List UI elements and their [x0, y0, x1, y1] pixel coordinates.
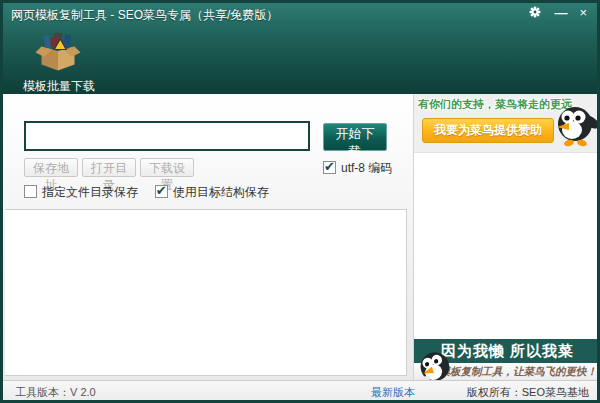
download-log-area[interactable]: [5, 209, 407, 376]
utf8-checkbox-label: utf-8 编码: [341, 161, 392, 175]
promo-block: 有你们的支持，菜鸟将走的更远 我要为菜鸟提供赞助: [414, 94, 600, 153]
batch-download-tool[interactable]: 模板批量下载: [23, 30, 93, 95]
open-directory-button[interactable]: 打开目录: [82, 158, 136, 177]
utf8-checkbox[interactable]: [323, 161, 336, 174]
target-structure-label: 使用目标结构保存: [173, 185, 269, 199]
tool-version-label: 工具版本：V 2.0: [15, 385, 96, 400]
latest-version-link[interactable]: 最新版本: [371, 385, 415, 400]
copyright-label: 版权所有：SEO菜鸟基地: [467, 385, 589, 400]
bird-mascot-icon: [551, 96, 600, 152]
side-panel: 有你们的支持，菜鸟将走的更远 我要为菜鸟提供赞助 因为我懒 所以我菜 模板复: [413, 94, 600, 380]
utf8-checkbox-row: utf-8 编码: [323, 160, 392, 177]
specify-directory-checkbox[interactable]: [24, 185, 37, 198]
start-download-button[interactable]: 开始下载: [323, 123, 387, 151]
header: 网页模板复制工具 - SEO菜鸟专属（共享/免费版） — ×: [3, 3, 597, 94]
url-input[interactable]: [24, 121, 310, 151]
save-options-row: 指定文件目录保存 使用目标结构保存: [24, 184, 269, 201]
save-address-button[interactable]: 保存地址: [24, 158, 78, 177]
status-bar: 工具版本：V 2.0 最新版本 版权所有：SEO菜鸟基地: [3, 380, 597, 400]
batch-download-label: 模板批量下载: [23, 78, 93, 95]
close-icon[interactable]: ×: [579, 6, 587, 20]
specify-directory-label: 指定文件目录保存: [42, 185, 138, 199]
target-structure-checkbox[interactable]: [155, 185, 168, 198]
template-box-icon: [34, 58, 82, 75]
sponsor-button[interactable]: 我要为菜鸟提供赞助: [422, 118, 554, 143]
app-window: 网页模板复制工具 - SEO菜鸟专属（共享/免费版） — ×: [0, 0, 600, 403]
minimize-icon[interactable]: —: [554, 6, 566, 20]
download-settings-button[interactable]: 下载设置: [140, 158, 194, 177]
main-pane: 开始下载 保存地址 打开目录 下载设置 utf-8 编码 指定文件目录保存 使用…: [3, 94, 413, 380]
window-controls: — ×: [529, 6, 587, 20]
settings-gear-icon[interactable]: [529, 6, 541, 20]
window-title: 网页模板复制工具 - SEO菜鸟专属（共享/免费版）: [11, 7, 278, 24]
